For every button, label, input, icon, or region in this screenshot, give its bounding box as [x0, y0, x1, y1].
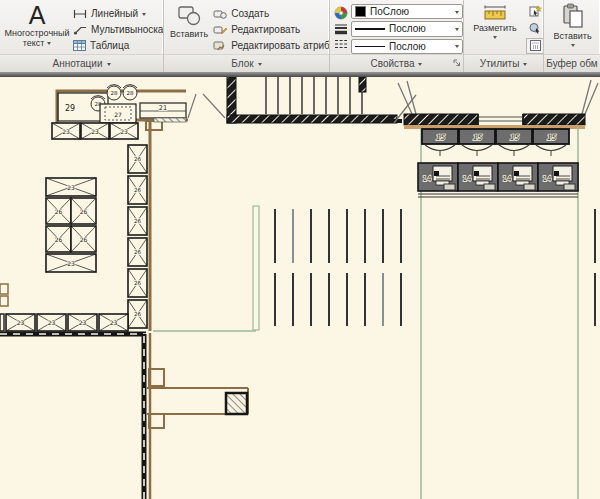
- color-swatch: [355, 6, 366, 17]
- svg-text:23: 23: [67, 184, 75, 191]
- table-cell: 26: [128, 238, 147, 266]
- svg-text:23: 23: [110, 319, 118, 326]
- svg-text:23: 23: [48, 319, 56, 326]
- calculator-button[interactable]: [526, 38, 543, 54]
- quick-calc-button[interactable]: [526, 20, 543, 36]
- linear-dimension-icon: [73, 9, 87, 19]
- lineweight-combo-caret[interactable]: [455, 28, 459, 33]
- floor-plan[interactable]: 29 28 28 28 27 21 23 23 23 26 26 26 26 2…: [0, 77, 600, 499]
- panel-properties: ПоСлою Послою Послою Сво: [330, 0, 464, 72]
- svg-text:26: 26: [134, 218, 141, 224]
- object-color-combo[interactable]: ПоСлою: [351, 4, 463, 19]
- properties-panel-label[interactable]: Свойства: [330, 54, 463, 72]
- clipboard-panel-label[interactable]: Буфер обм: [544, 54, 600, 72]
- table-cell: 23: [46, 254, 96, 272]
- table-label: Таблица: [90, 40, 129, 51]
- paste-clipboard-icon: [561, 3, 585, 31]
- svg-text:26: 26: [80, 236, 88, 243]
- table-cell: 26: [128, 176, 147, 204]
- block-panel-label[interactable]: Блок: [164, 54, 329, 72]
- insert-block-icon: [176, 3, 202, 29]
- lineweight-icon[interactable]: [334, 23, 348, 35]
- panel-clipboard: Вставить Буфер обм: [544, 0, 600, 72]
- measure-dropdown-caret[interactable]: [493, 36, 497, 41]
- properties-dialog-launcher-icon[interactable]: [453, 58, 461, 69]
- edit-attributes-button[interactable]: Редактировать атрибуты: [213, 38, 329, 53]
- svg-text:23: 23: [91, 128, 99, 135]
- linetype-combo-caret[interactable]: [455, 45, 459, 50]
- lineweight-combo[interactable]: Послою: [351, 21, 463, 36]
- table-cell: 26: [46, 198, 71, 224]
- edit-block-button[interactable]: Редактировать: [213, 22, 329, 37]
- linear-dropdown-caret[interactable]: [142, 13, 146, 18]
- mtext-dropdown-caret[interactable]: [47, 42, 51, 47]
- measure-button[interactable]: Разметить: [468, 2, 522, 54]
- insert-block-button[interactable]: Вставить: [168, 2, 210, 54]
- paste-button[interactable]: Вставить: [548, 2, 597, 54]
- panel-annotations: A Многострочный текст Линейный: [0, 0, 164, 72]
- paste-dropdown-caret[interactable]: [571, 44, 575, 49]
- svg-text:26: 26: [55, 236, 63, 243]
- linear-dimension-label: Линейный: [91, 8, 138, 19]
- quick-calc-icon: [529, 22, 542, 34]
- linear-dimension-button[interactable]: Линейный: [73, 6, 163, 21]
- create-block-button[interactable]: Создать: [213, 6, 329, 21]
- svg-text:23: 23: [120, 128, 128, 135]
- svg-text:14: 14: [463, 175, 472, 183]
- panel-block: Вставить Создать Редактировать: [164, 0, 330, 72]
- color-wheel-icon[interactable]: [334, 6, 348, 20]
- edit-block-icon: [213, 25, 227, 35]
- color-combo-caret[interactable]: [455, 11, 459, 16]
- table-cell: 23: [37, 314, 66, 331]
- svg-text:21: 21: [159, 104, 167, 112]
- quick-select-icon: [529, 5, 542, 17]
- hatched-wall-bottom: [227, 115, 397, 123]
- table-cell: 23: [52, 123, 80, 139]
- linetype-value: Послою: [389, 41, 426, 52]
- svg-text:23: 23: [67, 260, 75, 267]
- table-cell: 26: [71, 198, 96, 224]
- table-cell: 26: [128, 269, 147, 297]
- cabinet-27[interactable]: 27: [100, 104, 136, 123]
- table-cell: 26: [46, 226, 71, 252]
- table-cell: 23: [68, 314, 97, 331]
- svg-text:26: 26: [134, 311, 141, 317]
- svg-text:14: 14: [423, 175, 432, 183]
- table-cell: 23: [46, 178, 96, 196]
- svg-text:15: 15: [435, 133, 446, 142]
- svg-text:14: 14: [503, 175, 512, 183]
- desk-block: 14: [418, 163, 458, 191]
- lineweight-value: Послою: [389, 23, 426, 34]
- table-icon: [73, 40, 86, 51]
- svg-text:23: 23: [79, 319, 87, 326]
- object-color-value: ПоСлою: [370, 6, 409, 17]
- edit-attributes-icon: [213, 41, 227, 51]
- svg-text:26: 26: [80, 208, 88, 215]
- table-row-bottom[interactable]: 23 23 23 23: [0, 314, 128, 331]
- annotations-panel-label[interactable]: Аннотации: [0, 54, 163, 72]
- table-row-top[interactable]: 23 23 23: [52, 123, 138, 139]
- linetype-icon[interactable]: [334, 38, 348, 50]
- hatched-wall-right-a: [404, 114, 478, 125]
- svg-text:27: 27: [114, 111, 122, 118]
- mtext-icon: A: [29, 3, 46, 28]
- drawing-canvas[interactable]: 29 28 28 28 27 21 23 23 23 26 26 26 26 2…: [0, 77, 600, 499]
- svg-text:15: 15: [472, 133, 483, 142]
- mtext-button[interactable]: A Многострочный текст: [4, 2, 70, 54]
- multileader-label: Мультивыноска: [91, 24, 163, 35]
- linetype-sample: [355, 46, 385, 47]
- multileader-button[interactable]: Мультивыноска: [73, 22, 163, 37]
- table-cell: 23: [6, 314, 35, 331]
- linetype-combo[interactable]: Послою: [351, 39, 463, 54]
- table-cell: 23: [81, 123, 109, 139]
- quick-select-button[interactable]: [526, 3, 543, 19]
- table-button[interactable]: Таблица: [73, 38, 163, 53]
- svg-text:28: 28: [127, 90, 134, 96]
- table-cell: 23: [99, 314, 128, 331]
- svg-text:15: 15: [509, 133, 520, 142]
- svg-text:28: 28: [111, 90, 118, 96]
- utilities-panel-label[interactable]: Утилиты: [464, 54, 543, 72]
- desk-block: 14: [498, 163, 538, 191]
- svg-text:26: 26: [134, 156, 141, 162]
- column-hatched[interactable]: [226, 393, 247, 414]
